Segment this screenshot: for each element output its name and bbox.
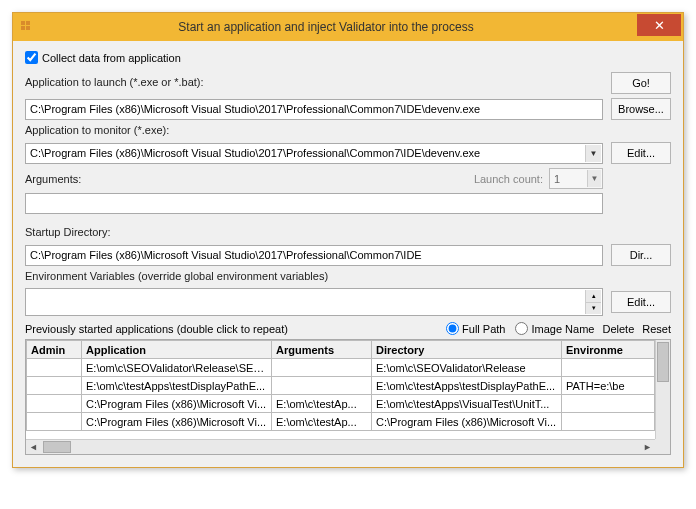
table-cell (272, 359, 372, 377)
browse-button[interactable]: Browse... (611, 98, 671, 120)
table-cell: C:\Program Files (x86)\Microsoft Vi... (82, 413, 272, 431)
col-environment[interactable]: Environme (562, 341, 655, 359)
env-vars-label: Environment Variables (override global e… (25, 270, 603, 282)
startup-dir-input[interactable] (25, 245, 603, 266)
table-row[interactable]: E:\om\c\testApps\testDisplayPathE...E:\o… (27, 377, 655, 395)
app-launch-input[interactable] (25, 99, 603, 120)
table-row[interactable]: C:\Program Files (x86)\Microsoft Vi...E:… (27, 395, 655, 413)
table-row[interactable]: C:\Program Files (x86)\Microsoft Vi...E:… (27, 413, 655, 431)
scroll-left-icon[interactable]: ◄ (26, 440, 41, 454)
table-cell (27, 395, 82, 413)
arguments-input[interactable] (25, 193, 603, 214)
env-vars-field[interactable]: ▴ ▾ (25, 288, 603, 316)
col-admin[interactable]: Admin (27, 341, 82, 359)
table-cell (562, 413, 655, 431)
col-directory[interactable]: Directory (372, 341, 562, 359)
scroll-track[interactable] (41, 440, 640, 454)
edit-monitor-button[interactable]: Edit... (611, 142, 671, 164)
launch-count-label: Launch count: (474, 173, 543, 185)
image-name-radio[interactable]: Image Name (515, 322, 594, 335)
table-cell: E:\om\c\SEOValidator\Release\SEO... (82, 359, 272, 377)
startup-dir-label: Startup Directory: (25, 226, 603, 238)
env-vars-spinner[interactable]: ▴ ▾ (585, 290, 601, 314)
titlebar: Start an application and inject Validato… (13, 13, 683, 41)
full-path-radio[interactable]: Full Path (446, 322, 505, 335)
table-cell (27, 413, 82, 431)
path-mode-radio-group: Full Path Image Name (446, 322, 594, 335)
table-cell: PATH=e:\be (562, 377, 655, 395)
col-arguments[interactable]: Arguments (272, 341, 372, 359)
app-monitor-combo[interactable]: C:\Program Files (x86)\Microsoft Visual … (25, 143, 603, 164)
prev-apps-table[interactable]: Admin Application Arguments Directory En… (26, 340, 655, 431)
table-cell: C:\Program Files (x86)\Microsoft Vi... (372, 413, 562, 431)
chevron-down-icon[interactable]: ▼ (587, 170, 601, 187)
table-cell: E:\om\c\testAp... (272, 413, 372, 431)
reset-button[interactable]: Reset (642, 323, 671, 335)
caret-up-icon[interactable]: ▴ (586, 290, 601, 302)
chevron-down-icon[interactable]: ▼ (585, 145, 601, 162)
arguments-label: Arguments: (25, 173, 466, 185)
collect-data-checkbox[interactable] (25, 51, 38, 64)
go-button[interactable]: Go! (611, 72, 671, 94)
app-monitor-value: C:\Program Files (x86)\Microsoft Visual … (30, 147, 584, 159)
table-cell: E:\om\c\SEOValidator\Release (372, 359, 562, 377)
prev-apps-label: Previously started applications (double … (25, 323, 438, 335)
caret-down-icon[interactable]: ▾ (586, 302, 601, 315)
table-cell (272, 377, 372, 395)
table-cell: E:\om\c\testAp... (272, 395, 372, 413)
table-cell (27, 377, 82, 395)
edit-env-button[interactable]: Edit... (611, 291, 671, 313)
table-cell (562, 359, 655, 377)
prev-apps-table-wrap: Admin Application Arguments Directory En… (25, 339, 671, 455)
delete-button[interactable]: Delete (602, 323, 634, 335)
close-button[interactable]: ✕ (637, 14, 681, 36)
dir-button[interactable]: Dir... (611, 244, 671, 266)
scroll-right-icon[interactable]: ► (640, 440, 655, 454)
collect-data-label: Collect data from application (42, 52, 181, 64)
table-row[interactable]: E:\om\c\SEOValidator\Release\SEO...E:\om… (27, 359, 655, 377)
table-cell: E:\om\c\testApps\testDisplayPathE... (372, 377, 562, 395)
table-cell (27, 359, 82, 377)
table-cell: C:\Program Files (x86)\Microsoft Vi... (82, 395, 272, 413)
table-cell: E:\om\c\testApps\VisualTest\UnitT... (372, 395, 562, 413)
scroll-thumb[interactable] (43, 441, 71, 453)
vertical-scrollbar[interactable] (655, 340, 670, 439)
app-launch-label: Application to launch (*.exe or *.bat): (25, 76, 603, 88)
app-monitor-label: Application to monitor (*.exe): (25, 124, 603, 136)
table-cell: E:\om\c\testApps\testDisplayPathE... (82, 377, 272, 395)
launch-count-combo[interactable]: 1 ▼ (549, 168, 603, 189)
dialog-content: Collect data from application Applicatio… (13, 41, 683, 467)
close-icon: ✕ (654, 18, 665, 33)
scroll-thumb[interactable] (657, 342, 669, 382)
scroll-corner (655, 439, 670, 454)
dialog-window: Start an application and inject Validato… (12, 12, 684, 468)
dialog-title: Start an application and inject Validato… (15, 20, 637, 34)
col-application[interactable]: Application (82, 341, 272, 359)
horizontal-scrollbar[interactable]: ◄ ► (26, 439, 655, 454)
launch-count-value: 1 (554, 173, 560, 185)
table-cell (562, 395, 655, 413)
